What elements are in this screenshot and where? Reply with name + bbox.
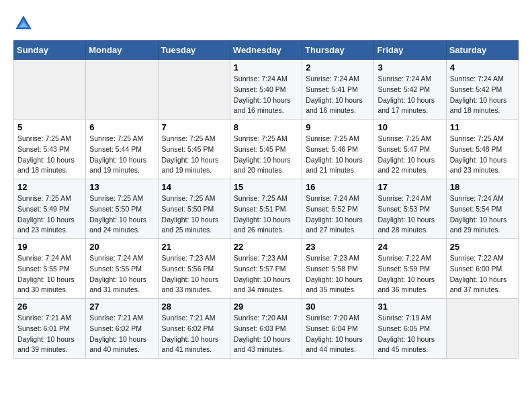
day-info: Sunrise: 7:24 AM Sunset: 5:52 PM Dayligh… <box>306 193 370 236</box>
day-number: 16 <box>306 182 370 192</box>
weekday-header-saturday: Saturday <box>446 41 518 60</box>
day-info: Sunrise: 7:24 AM Sunset: 5:54 PM Dayligh… <box>450 193 515 236</box>
calendar-cell: 2Sunrise: 7:24 AM Sunset: 5:41 PM Daylig… <box>302 60 374 120</box>
calendar-cell: 23Sunrise: 7:23 AM Sunset: 5:58 PM Dayli… <box>302 239 374 299</box>
day-number: 10 <box>378 122 442 132</box>
day-number: 7 <box>162 122 226 132</box>
day-info: Sunrise: 7:25 AM Sunset: 5:48 PM Dayligh… <box>450 134 515 176</box>
day-info: Sunrise: 7:24 AM Sunset: 5:55 PM Dayligh… <box>17 253 82 295</box>
day-info: Sunrise: 7:24 AM Sunset: 5:55 PM Dayligh… <box>89 253 154 295</box>
day-number: 12 <box>17 182 82 192</box>
calendar-cell: 15Sunrise: 7:25 AM Sunset: 5:51 PM Dayli… <box>230 179 302 239</box>
weekday-header-row: SundayMondayTuesdayWednesdayThursdayFrid… <box>14 41 519 60</box>
day-info: Sunrise: 7:24 AM Sunset: 5:41 PM Dayligh… <box>306 74 370 116</box>
week-row-3: 12Sunrise: 7:25 AM Sunset: 5:49 PM Dayli… <box>14 179 519 239</box>
calendar-cell: 1Sunrise: 7:24 AM Sunset: 5:40 PM Daylig… <box>230 60 302 120</box>
calendar-cell: 13Sunrise: 7:25 AM Sunset: 5:50 PM Dayli… <box>86 179 158 239</box>
week-row-2: 5Sunrise: 7:25 AM Sunset: 5:43 PM Daylig… <box>14 120 519 179</box>
calendar-cell: 8Sunrise: 7:25 AM Sunset: 5:45 PM Daylig… <box>230 120 302 179</box>
day-number: 15 <box>234 182 298 192</box>
weekday-header-tuesday: Tuesday <box>158 41 230 60</box>
day-info: Sunrise: 7:24 AM Sunset: 5:53 PM Dayligh… <box>378 193 442 236</box>
day-number: 22 <box>234 242 298 252</box>
weekday-header-wednesday: Wednesday <box>230 41 302 60</box>
day-info: Sunrise: 7:23 AM Sunset: 5:56 PM Dayligh… <box>162 253 226 295</box>
day-number: 18 <box>450 182 515 192</box>
calendar-cell: 11Sunrise: 7:25 AM Sunset: 5:48 PM Dayli… <box>446 120 518 179</box>
day-number: 11 <box>450 122 515 132</box>
calendar-cell: 16Sunrise: 7:24 AM Sunset: 5:52 PM Dayli… <box>302 179 374 239</box>
calendar-cell: 3Sunrise: 7:24 AM Sunset: 5:42 PM Daylig… <box>374 60 446 120</box>
calendar-cell: 14Sunrise: 7:25 AM Sunset: 5:50 PM Dayli… <box>158 179 230 239</box>
day-info: Sunrise: 7:24 AM Sunset: 5:40 PM Dayligh… <box>234 74 298 116</box>
calendar-cell: 5Sunrise: 7:25 AM Sunset: 5:43 PM Daylig… <box>14 120 86 179</box>
calendar-cell: 12Sunrise: 7:25 AM Sunset: 5:49 PM Dayli… <box>14 179 86 239</box>
day-number: 6 <box>89 122 154 132</box>
day-number: 17 <box>378 182 442 192</box>
day-number: 5 <box>17 122 82 132</box>
day-number: 1 <box>234 62 298 73</box>
calendar-cell: 30Sunrise: 7:20 AM Sunset: 6:04 PM Dayli… <box>302 299 374 359</box>
week-row-4: 19Sunrise: 7:24 AM Sunset: 5:55 PM Dayli… <box>14 239 519 299</box>
calendar-cell: 17Sunrise: 7:24 AM Sunset: 5:53 PM Dayli… <box>374 179 446 239</box>
day-info: Sunrise: 7:22 AM Sunset: 6:00 PM Dayligh… <box>450 253 515 295</box>
day-info: Sunrise: 7:22 AM Sunset: 5:59 PM Dayligh… <box>378 253 442 295</box>
day-info: Sunrise: 7:19 AM Sunset: 6:05 PM Dayligh… <box>378 313 442 355</box>
calendar-cell: 9Sunrise: 7:25 AM Sunset: 5:46 PM Daylig… <box>302 120 374 179</box>
week-row-1: 1Sunrise: 7:24 AM Sunset: 5:40 PM Daylig… <box>14 60 519 120</box>
day-info: Sunrise: 7:20 AM Sunset: 6:04 PM Dayligh… <box>306 313 370 355</box>
day-number: 29 <box>234 302 298 312</box>
day-info: Sunrise: 7:21 AM Sunset: 6:02 PM Dayligh… <box>162 313 226 355</box>
day-number: 25 <box>450 242 515 252</box>
calendar-cell <box>158 60 230 120</box>
day-number: 8 <box>234 122 298 132</box>
day-info: Sunrise: 7:25 AM Sunset: 5:43 PM Dayligh… <box>17 134 82 176</box>
day-number: 30 <box>306 302 370 312</box>
weekday-header-monday: Monday <box>86 41 158 60</box>
day-number: 21 <box>162 242 226 252</box>
day-info: Sunrise: 7:21 AM Sunset: 6:01 PM Dayligh… <box>17 313 82 355</box>
calendar-cell: 19Sunrise: 7:24 AM Sunset: 5:55 PM Dayli… <box>14 239 86 299</box>
calendar-cell: 29Sunrise: 7:20 AM Sunset: 6:03 PM Dayli… <box>230 299 302 359</box>
day-number: 13 <box>89 182 154 192</box>
day-info: Sunrise: 7:24 AM Sunset: 5:42 PM Dayligh… <box>378 74 442 116</box>
calendar-cell: 22Sunrise: 7:23 AM Sunset: 5:57 PM Dayli… <box>230 239 302 299</box>
day-number: 4 <box>450 62 515 73</box>
day-number: 28 <box>162 302 226 312</box>
day-info: Sunrise: 7:20 AM Sunset: 6:03 PM Dayligh… <box>234 313 298 355</box>
day-info: Sunrise: 7:21 AM Sunset: 6:02 PM Dayligh… <box>89 313 154 355</box>
day-info: Sunrise: 7:25 AM Sunset: 5:47 PM Dayligh… <box>378 134 442 176</box>
day-number: 9 <box>306 122 370 132</box>
calendar-cell: 7Sunrise: 7:25 AM Sunset: 5:45 PM Daylig… <box>158 120 230 179</box>
calendar-cell: 26Sunrise: 7:21 AM Sunset: 6:01 PM Dayli… <box>14 299 86 359</box>
day-number: 23 <box>306 242 370 252</box>
calendar-cell: 6Sunrise: 7:25 AM Sunset: 5:44 PM Daylig… <box>86 120 158 179</box>
day-info: Sunrise: 7:25 AM Sunset: 5:50 PM Dayligh… <box>162 193 226 236</box>
day-info: Sunrise: 7:23 AM Sunset: 5:58 PM Dayligh… <box>306 253 370 295</box>
calendar-cell: 10Sunrise: 7:25 AM Sunset: 5:47 PM Dayli… <box>374 120 446 179</box>
page-header <box>13 13 519 34</box>
calendar-cell: 21Sunrise: 7:23 AM Sunset: 5:56 PM Dayli… <box>158 239 230 299</box>
day-info: Sunrise: 7:23 AM Sunset: 5:57 PM Dayligh… <box>234 253 298 295</box>
logo <box>13 13 36 34</box>
calendar-cell: 4Sunrise: 7:24 AM Sunset: 5:42 PM Daylig… <box>446 60 518 120</box>
calendar-cell: 28Sunrise: 7:21 AM Sunset: 6:02 PM Dayli… <box>158 299 230 359</box>
day-number: 24 <box>378 242 442 252</box>
calendar-cell: 31Sunrise: 7:19 AM Sunset: 6:05 PM Dayli… <box>374 299 446 359</box>
calendar-cell: 25Sunrise: 7:22 AM Sunset: 6:00 PM Dayli… <box>446 239 518 299</box>
day-number: 26 <box>17 302 82 312</box>
calendar-cell: 24Sunrise: 7:22 AM Sunset: 5:59 PM Dayli… <box>374 239 446 299</box>
day-info: Sunrise: 7:25 AM Sunset: 5:45 PM Dayligh… <box>162 134 226 176</box>
day-number: 20 <box>89 242 154 252</box>
day-info: Sunrise: 7:24 AM Sunset: 5:42 PM Dayligh… <box>450 74 515 116</box>
day-info: Sunrise: 7:25 AM Sunset: 5:49 PM Dayligh… <box>17 193 82 236</box>
calendar-cell: 27Sunrise: 7:21 AM Sunset: 6:02 PM Dayli… <box>86 299 158 359</box>
day-info: Sunrise: 7:25 AM Sunset: 5:44 PM Dayligh… <box>89 134 154 176</box>
day-number: 2 <box>306 62 370 73</box>
week-row-5: 26Sunrise: 7:21 AM Sunset: 6:01 PM Dayli… <box>14 299 519 359</box>
day-number: 3 <box>378 62 442 73</box>
weekday-header-friday: Friday <box>374 41 446 60</box>
day-info: Sunrise: 7:25 AM Sunset: 5:45 PM Dayligh… <box>234 134 298 176</box>
calendar-table: SundayMondayTuesdayWednesdayThursdayFrid… <box>13 40 519 359</box>
calendar-cell: 20Sunrise: 7:24 AM Sunset: 5:55 PM Dayli… <box>86 239 158 299</box>
